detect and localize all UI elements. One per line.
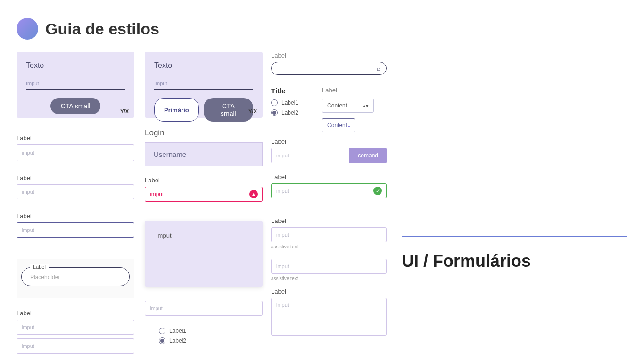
text-input[interactable] xyxy=(17,320,134,335)
check-icon: ✓ xyxy=(373,187,382,195)
section-heading: UI / Formulários xyxy=(402,251,627,271)
text-input-focused[interactable] xyxy=(17,222,134,238)
textarea-input[interactable] xyxy=(271,298,387,336)
select-dropdown-active[interactable]: Content ⌄ xyxy=(322,118,355,132)
underline-input[interactable] xyxy=(26,78,125,90)
chevron-down-icon: ⌄ xyxy=(347,123,351,129)
counter-label: Y/X xyxy=(248,108,257,114)
primary-button[interactable]: Primário xyxy=(154,98,199,122)
text-input[interactable] xyxy=(145,301,263,316)
field-label: Label xyxy=(271,288,387,295)
field-label: Label xyxy=(271,52,387,59)
card-texto-2: Texto Primário CTA small Y/X xyxy=(145,52,263,118)
warning-icon: ▲ xyxy=(249,190,258,198)
text-input[interactable] xyxy=(271,259,387,274)
field-label: Label xyxy=(322,87,374,94)
search-icon: ⌕ xyxy=(377,65,380,72)
text-input[interactable] xyxy=(17,184,134,199)
radio-label: Label2 xyxy=(281,109,298,116)
radio-icon xyxy=(271,99,278,106)
assistive-text: assistive text xyxy=(271,244,387,249)
field-label: Label xyxy=(271,217,387,224)
assistive-text: assistive text xyxy=(271,276,387,281)
radio-label: Label1 xyxy=(281,99,298,106)
caret-icon: ▴▾ xyxy=(363,103,369,109)
text-input-error[interactable] xyxy=(145,187,263,202)
field-label: Label xyxy=(17,310,134,317)
field-label: Label xyxy=(17,174,134,181)
radio-option-2[interactable]: Label2 xyxy=(159,337,263,344)
section-divider xyxy=(402,236,627,237)
username-input[interactable]: Username xyxy=(145,142,263,166)
pill-placeholder: Placeholder xyxy=(30,274,60,280)
radio-label: Label2 xyxy=(169,337,186,344)
radio-option[interactable]: Label1 xyxy=(271,99,298,106)
card-texto-1: Texto CTA small Y/X xyxy=(17,52,134,118)
field-label: Label xyxy=(271,138,387,145)
pill-label: Label xyxy=(30,264,49,270)
textarea-content: Imput xyxy=(156,232,172,239)
command-button[interactable]: comand xyxy=(349,148,387,163)
select-value: Content xyxy=(327,102,347,109)
pill-input[interactable]: Label Placeholder xyxy=(21,267,130,286)
field-label: Label xyxy=(271,173,387,181)
radio-label: Label1 xyxy=(169,328,186,334)
cta-small-button[interactable]: CTA small xyxy=(204,98,253,122)
field-label: Label xyxy=(17,213,134,220)
radio-icon-selected xyxy=(159,337,165,344)
textarea-card[interactable]: Imput xyxy=(145,221,263,287)
cta-small-button[interactable]: CTA small xyxy=(50,98,101,114)
select-dropdown[interactable]: Content ▴▾ xyxy=(322,99,374,113)
card-title: Texto xyxy=(26,61,125,70)
text-input[interactable] xyxy=(271,148,349,163)
radio-group-title: Title xyxy=(271,87,298,95)
radio-icon xyxy=(159,328,165,334)
text-input[interactable] xyxy=(17,144,134,161)
field-label: Label xyxy=(145,177,263,184)
radio-option[interactable]: Label2 xyxy=(271,109,298,116)
text-input[interactable] xyxy=(271,227,387,242)
underline-input[interactable] xyxy=(154,78,253,90)
field-label: Label xyxy=(17,134,134,141)
select-value: Content xyxy=(327,122,347,129)
text-input-success[interactable] xyxy=(271,183,387,198)
card-title: Texto xyxy=(154,61,253,70)
login-title: Login xyxy=(145,128,263,138)
radio-option-1[interactable]: Label1 xyxy=(159,328,263,334)
text-input[interactable] xyxy=(17,338,134,354)
search-input[interactable]: ⌕ xyxy=(271,62,387,75)
logo-icon xyxy=(17,18,38,40)
radio-icon-selected xyxy=(271,109,278,116)
page-title: Guia de estilos xyxy=(45,20,159,38)
counter-label: Y/X xyxy=(120,108,129,114)
